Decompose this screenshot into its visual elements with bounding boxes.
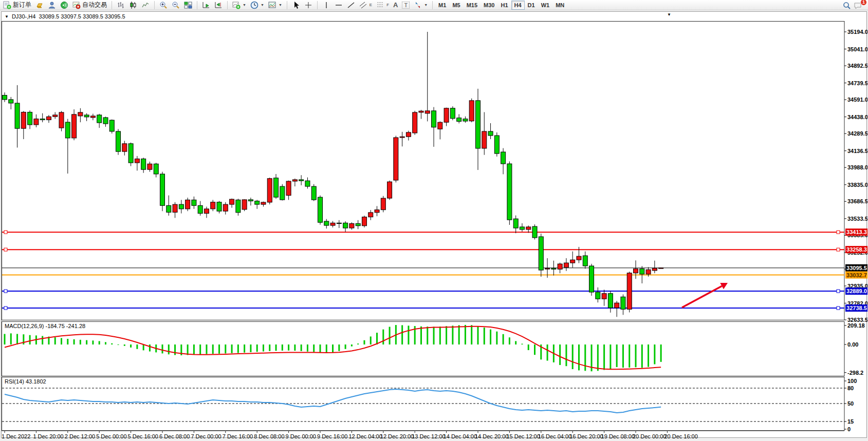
macd-histogram-bar xyxy=(130,344,132,348)
candle-down xyxy=(84,115,89,117)
chevron-down-icon: ▼ xyxy=(424,3,428,7)
candle-down xyxy=(488,131,493,136)
macd-histogram-bar xyxy=(250,344,251,352)
macd-histogram-bar xyxy=(584,344,586,371)
trendline-tool-button[interactable] xyxy=(345,1,357,10)
vertical-line-tool-button[interactable] xyxy=(320,1,333,10)
line-chart-type-button[interactable] xyxy=(139,1,152,10)
arrows-tool-button[interactable]: ▼ xyxy=(412,1,430,10)
macd-histogram-bar xyxy=(143,344,144,350)
gold-button[interactable] xyxy=(33,1,46,10)
candle-down xyxy=(513,219,518,228)
periods-button[interactable]: ▼ xyxy=(248,1,266,10)
crosshair-tool-button[interactable] xyxy=(302,1,315,10)
level-handle[interactable] xyxy=(837,231,840,234)
macd-histogram-bar xyxy=(660,344,662,362)
timeframe-button-D1[interactable]: D1 xyxy=(525,1,538,10)
level-handle[interactable] xyxy=(837,290,840,293)
fibonacci-tool-button[interactable]: F xyxy=(374,1,391,10)
macd-histogram-bar xyxy=(307,344,308,352)
gold-icon xyxy=(35,1,44,9)
level-handle[interactable] xyxy=(4,290,7,293)
templates-button[interactable]: ▼ xyxy=(266,1,284,10)
macd-histogram-bar xyxy=(29,335,31,344)
auto-scroll-button[interactable] xyxy=(200,1,212,10)
macd-histogram-bar xyxy=(357,343,359,344)
main-toolbar: 新订单 自动交易 xyxy=(0,0,868,10)
macd-histogram-bar xyxy=(168,344,170,354)
level-handle[interactable] xyxy=(4,231,7,234)
chart-canvas[interactable]: 35194.035041.034892.534739.534591.034438… xyxy=(2,12,867,438)
time-tick-label: 14 Dec 04:00 xyxy=(444,433,477,438)
price-tick-label: 34892.5 xyxy=(847,63,867,69)
horizontal-line-tool-button[interactable] xyxy=(333,1,345,10)
candle-down xyxy=(3,95,7,100)
candle-up xyxy=(59,112,64,128)
new-order-button[interactable]: 新订单 xyxy=(1,1,33,10)
time-tick-label: 16 Dec 20:00 xyxy=(569,433,603,438)
macd-histogram-bar xyxy=(477,326,479,344)
timeframe-button-MN[interactable]: MN xyxy=(552,1,567,10)
toolbar-separator xyxy=(317,1,318,9)
candle-down xyxy=(551,269,556,270)
time-tick-label: 14 Dec 20:00 xyxy=(475,433,508,438)
candle-down xyxy=(280,186,285,200)
channel-tool-button[interactable]: E xyxy=(357,1,374,10)
tile-windows-button[interactable] xyxy=(182,1,194,10)
signals-button[interactable] xyxy=(58,1,70,10)
level-handle[interactable] xyxy=(4,306,7,310)
community-button[interactable] xyxy=(46,1,58,10)
candle-up xyxy=(406,132,411,137)
macd-histogram-bar xyxy=(641,344,643,368)
chart-shift-button[interactable] xyxy=(212,1,225,10)
indicators-button[interactable]: ▼ xyxy=(230,1,248,10)
time-tick-label: 1 Dec 20:00 xyxy=(33,433,63,438)
timeframe-button-M1[interactable]: M1 xyxy=(435,1,449,10)
level-handle[interactable] xyxy=(837,306,840,310)
macd-histogram-bar xyxy=(86,340,87,344)
macd-histogram-bar xyxy=(54,337,56,344)
candlestick-type-button[interactable] xyxy=(127,1,139,10)
candle-up xyxy=(72,114,77,138)
candle-up xyxy=(261,202,266,204)
candle-down xyxy=(343,223,348,228)
cursor-icon xyxy=(292,1,300,9)
search-icon[interactable] xyxy=(842,1,851,9)
chevron-down-icon: ▼ xyxy=(243,3,246,7)
price-badge-label: 33032.7 xyxy=(846,272,867,278)
candle-up xyxy=(230,199,234,204)
timeframe-button-H4[interactable]: H4 xyxy=(511,1,525,10)
timeframe-button-M5[interactable]: M5 xyxy=(449,1,463,10)
price-badge-label: 33413.3 xyxy=(846,229,867,235)
candle-down xyxy=(463,119,468,121)
macd-histogram-bar xyxy=(534,344,535,355)
macd-histogram-bar xyxy=(648,344,649,367)
timeframe-button-M30[interactable]: M30 xyxy=(481,1,497,10)
notifications-chat-icon[interactable]: 1 xyxy=(854,1,864,9)
timeframe-button-H1[interactable]: H1 xyxy=(497,1,511,10)
rsi-tick-label: 100 xyxy=(847,378,857,384)
macd-histogram-bar xyxy=(515,341,516,344)
macd-histogram-bar xyxy=(420,327,422,344)
timeframe-button-W1[interactable]: W1 xyxy=(538,1,553,10)
level-handle[interactable] xyxy=(837,248,840,251)
autotrading-button[interactable]: 自动交易 xyxy=(70,1,109,10)
macd-histogram-bar xyxy=(237,344,239,353)
cursor-tool-button[interactable] xyxy=(290,1,302,10)
candle-down xyxy=(450,108,455,119)
candle-up xyxy=(267,179,272,202)
timeframe-button-M15[interactable]: M15 xyxy=(464,1,481,10)
macd-indicator-label: MACD(12,26,9) -184.75 -241.28 xyxy=(5,323,85,329)
chart-shift-icon xyxy=(214,1,223,9)
macd-histogram-bar xyxy=(187,344,189,355)
level-handle[interactable] xyxy=(4,248,7,251)
bar-chart-type-button[interactable] xyxy=(115,1,127,10)
zoom-in-button[interactable] xyxy=(157,1,170,10)
text-tool-button[interactable]: A xyxy=(391,1,400,10)
macd-histogram-bar xyxy=(458,325,460,344)
zoom-out-button[interactable] xyxy=(170,1,182,10)
macd-histogram-bar xyxy=(256,344,258,352)
candle-up xyxy=(122,144,127,151)
chevron-down-icon: ▼ xyxy=(279,3,282,7)
text-label-tool-button[interactable]: T xyxy=(400,1,412,10)
